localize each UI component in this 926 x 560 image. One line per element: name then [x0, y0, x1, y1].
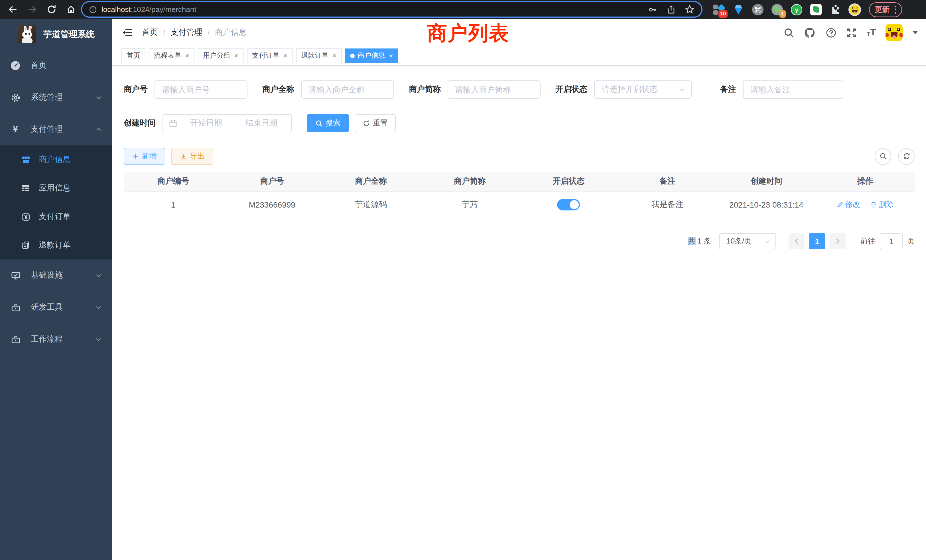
breadcrumb-home[interactable]: 首页: [142, 27, 158, 38]
search-button[interactable]: 搜索: [307, 114, 349, 132]
calendar-icon: [169, 119, 177, 127]
browser-extensions: 10 1 y: [713, 3, 861, 16]
sidebar-item-dev-tools[interactable]: 研发工具: [0, 291, 112, 323]
cell-short-name: 芋艿: [420, 191, 519, 218]
sidebar-item-workflow[interactable]: 工作流程: [0, 323, 112, 355]
browser-menu-icon[interactable]: [895, 5, 896, 14]
cell-actions: 修改 删除: [816, 191, 915, 218]
close-icon[interactable]: ×: [283, 52, 287, 59]
tab-merchant-info[interactable]: 商户信息 ×: [345, 48, 398, 63]
content: 商户号 商户全称 商户简称 开启状态 请选择开启状态: [112, 65, 926, 249]
toolbox-icon: [10, 334, 21, 344]
merchant-name-input[interactable]: [301, 80, 394, 98]
breadcrumb-current: 商户信息: [215, 27, 247, 38]
pagination-total: 共 1 条: [688, 236, 711, 246]
page-1-button[interactable]: 1: [809, 233, 825, 249]
col-full-name: 商户全称: [322, 172, 421, 191]
sidebar-item-merchant-info[interactable]: 商户信息: [0, 145, 112, 174]
forward-icon[interactable]: [26, 4, 38, 15]
reset-button[interactable]: 重置: [355, 114, 396, 132]
extension-command-icon[interactable]: [752, 3, 764, 16]
site-info-icon[interactable]: [89, 5, 97, 14]
browser-nav: [7, 4, 76, 15]
avatar[interactable]: [885, 24, 903, 41]
sidebar-item-home[interactable]: 首页: [0, 50, 112, 82]
goto-page-input[interactable]: [880, 233, 903, 249]
breadcrumb: 首页 / 支付管理 / 商户信息: [142, 27, 247, 38]
extension-grey-circle-icon[interactable]: 1: [771, 3, 784, 16]
font-size-icon[interactable]: TT: [867, 28, 876, 37]
date-range-picker[interactable]: 开始日期 - 结束日期: [162, 114, 292, 132]
tab-home[interactable]: 首页: [121, 48, 145, 63]
sidebar-toggle-icon[interactable]: [121, 27, 133, 38]
end-date-placeholder[interactable]: 结束日期: [236, 118, 287, 128]
sidebar-item-system[interactable]: 系统管理: [0, 82, 112, 114]
close-icon[interactable]: ×: [185, 52, 189, 59]
hide-search-button[interactable]: [875, 148, 891, 165]
tab-pay-order[interactable]: 支付订单 ×: [247, 48, 292, 63]
next-page-button[interactable]: [830, 233, 846, 249]
pencil-icon: [837, 201, 844, 208]
export-button[interactable]: 导出: [171, 148, 213, 165]
merchant-table: 商户编号 商户号 商户全称 商户简称 开启状态 备注 创建时间 操作 1: [124, 172, 915, 218]
monitor-icon: [10, 271, 21, 280]
github-icon[interactable]: [804, 27, 816, 38]
profile-avatar-icon[interactable]: [849, 3, 861, 16]
status-select[interactable]: 请选择开启状态: [594, 80, 691, 98]
navbar: 首页 / 支付管理 / 商户信息: [112, 19, 926, 46]
extension-y-icon[interactable]: y: [790, 3, 803, 16]
edit-link[interactable]: 修改: [837, 200, 860, 210]
breadcrumb-separator: /: [163, 28, 165, 37]
extension-green-square-icon[interactable]: [809, 3, 822, 16]
remark-input[interactable]: [743, 80, 843, 98]
home-icon[interactable]: [65, 4, 76, 15]
close-icon[interactable]: ×: [333, 52, 336, 59]
back-icon[interactable]: [7, 4, 18, 15]
browser-update-button[interactable]: 更新: [869, 2, 902, 17]
sidebar-item-app-info[interactable]: 应用信息: [0, 174, 112, 203]
close-icon[interactable]: ×: [389, 52, 393, 59]
url-host: localhost: [101, 5, 131, 14]
share-icon[interactable]: [667, 5, 676, 14]
browser-toolbar: localhost:1024/pay/merchant 10: [0, 0, 926, 19]
help-icon[interactable]: [826, 27, 837, 38]
delete-link[interactable]: 删除: [870, 200, 894, 210]
reload-icon[interactable]: [45, 4, 57, 15]
refresh-button[interactable]: [898, 148, 915, 165]
prev-page-button[interactable]: [788, 233, 805, 249]
tab-user-group[interactable]: 用户分组 ×: [198, 48, 244, 63]
filter-merchant-name: 商户全称: [262, 80, 394, 98]
store-icon: [21, 155, 31, 165]
extensions-puzzle-icon[interactable]: [829, 3, 841, 16]
sidebar-item-pay-order[interactable]: 支付订单: [0, 203, 112, 231]
avatar-caret-icon[interactable]: [912, 31, 918, 34]
filter-merchant-no: 商户号: [124, 80, 247, 98]
breadcrumb-payment[interactable]: 支付管理: [171, 27, 203, 38]
merchant-short-input[interactable]: [448, 80, 540, 98]
cell-merchant-no: M233666999: [222, 191, 322, 218]
close-icon[interactable]: ×: [235, 52, 238, 59]
sidebar-logo[interactable]: 芋道管理系统: [0, 19, 112, 50]
sidebar-item-refund-order[interactable]: 退款订单: [0, 231, 112, 259]
merchant-no-input[interactable]: [154, 80, 247, 98]
page-unit-label: 页: [907, 236, 915, 246]
extension-gem-icon[interactable]: [732, 3, 745, 16]
extension-badge: 10: [719, 10, 728, 17]
sidebar-item-infrastructure[interactable]: 基础设施: [0, 259, 112, 291]
address-bar[interactable]: localhost:1024/pay/merchant: [82, 2, 701, 17]
tab-refund-order[interactable]: 退款订单 ×: [296, 48, 342, 63]
add-button[interactable]: 新增: [124, 148, 165, 165]
extension-diamond-icon[interactable]: 10: [713, 3, 725, 16]
tab-process-form[interactable]: 流程表单 ×: [149, 48, 194, 63]
password-key-icon[interactable]: [648, 5, 657, 14]
yen-icon: ¥: [10, 125, 21, 134]
sidebar-item-payment[interactable]: ¥ 支付管理: [0, 114, 112, 145]
cell-merchant-id: 1: [124, 191, 222, 218]
search-icon[interactable]: [784, 27, 794, 38]
start-date-placeholder[interactable]: 开始日期: [181, 118, 232, 128]
col-remark: 备注: [618, 172, 717, 191]
status-toggle[interactable]: [557, 199, 580, 210]
page-size-select[interactable]: 10条/页: [719, 233, 776, 249]
bookmark-star-icon[interactable]: [685, 5, 694, 14]
fullscreen-icon[interactable]: [846, 27, 857, 38]
